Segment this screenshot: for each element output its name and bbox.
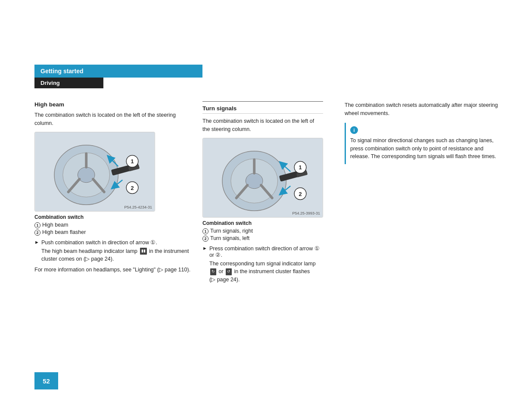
turn-signals-diagram-code: P54.25-3993-31 (292, 211, 320, 215)
turn-signal-item-2: 2 Turn signals, left (202, 235, 323, 242)
svg-text:1: 1 (299, 164, 302, 171)
content-area: High beam The combination switch is loca… (34, 101, 506, 286)
turn-signals-subnote: The corresponding turn signal indicator … (209, 260, 323, 284)
svg-point-3 (78, 167, 95, 183)
turn-signals-list: 1 Turn signals, right 2 Turn signals, le… (202, 228, 323, 242)
high-beam-diagram-code: P54.25-4234-31 (124, 205, 152, 209)
turn-signals-action: ► Press combination switch direction of … (202, 245, 323, 258)
action-text: Push combination switch in direction of … (41, 239, 157, 246)
header-section: Getting started Driving (34, 65, 202, 88)
auto-reset-text: The combination switch resets automatica… (345, 101, 506, 118)
high-beam-diagram: 1 2 (34, 132, 155, 212)
svg-text:2: 2 (131, 184, 134, 191)
num-circle-ts-1: 1 (202, 228, 208, 234)
header-black-bar: Driving (34, 78, 103, 88)
high-beam-list: 1 High beam 2 High beam flasher (34, 222, 194, 236)
info-box: i To signal minor directional changes su… (345, 123, 506, 165)
svg-point-18 (246, 173, 263, 189)
turn-signal-item-1: 1 Turn signals, right (202, 228, 323, 234)
action-arrow: ► (34, 240, 39, 245)
right-column: The combination switch resets automatica… (332, 101, 506, 286)
num-circle-2: 2 (34, 230, 40, 236)
high-beam-caption: Combination switch (34, 214, 194, 220)
high-beam-action: ► Push combination switch in direction o… (34, 239, 194, 246)
turn-signals-caption: Combination switch (202, 220, 323, 226)
turn-signals-intro: The combination switch is located on the… (202, 117, 323, 134)
action-text-ts: Press combination switch direction of ar… (209, 245, 323, 258)
info-text: To signal minor directional changes such… (350, 137, 502, 161)
page-wrapper: Getting started Driving High beam The co… (0, 0, 532, 411)
high-beam-intro: The combination switch is located on the… (34, 111, 194, 128)
lamp-icon-beam: ▮▮ (140, 248, 147, 255)
section-divider (202, 101, 323, 102)
turn-signals-diagram: 1 2 (202, 138, 323, 218)
info-icon: i (350, 126, 358, 134)
high-beam-footer: For more information on headlamps, see "… (34, 266, 194, 274)
high-beam-section: High beam The combination switch is loca… (34, 101, 202, 286)
action-arrow-ts: ► (202, 246, 207, 251)
turn-signals-section: Turn signals The combination switch is l… (202, 101, 332, 286)
num-circle-1: 1 (34, 222, 40, 228)
lamp-icon-ts-left: ↺ (226, 268, 232, 275)
header-blue-bar: Getting started (34, 65, 202, 78)
high-beam-title: High beam (34, 101, 194, 108)
svg-text:2: 2 (299, 190, 302, 197)
high-beam-item-1: 1 High beam (34, 222, 194, 228)
lamp-icon-ts-right: ↻ (210, 268, 216, 275)
page-number: 52 (34, 372, 58, 389)
turn-signals-title: Turn signals (202, 105, 323, 114)
num-circle-ts-2: 2 (202, 236, 208, 242)
high-beam-item-2: 2 High beam flasher (34, 229, 194, 236)
high-beam-subnote: The high beam headlamp indicator lamp ▮▮… (41, 247, 194, 264)
svg-text:1: 1 (131, 158, 134, 165)
